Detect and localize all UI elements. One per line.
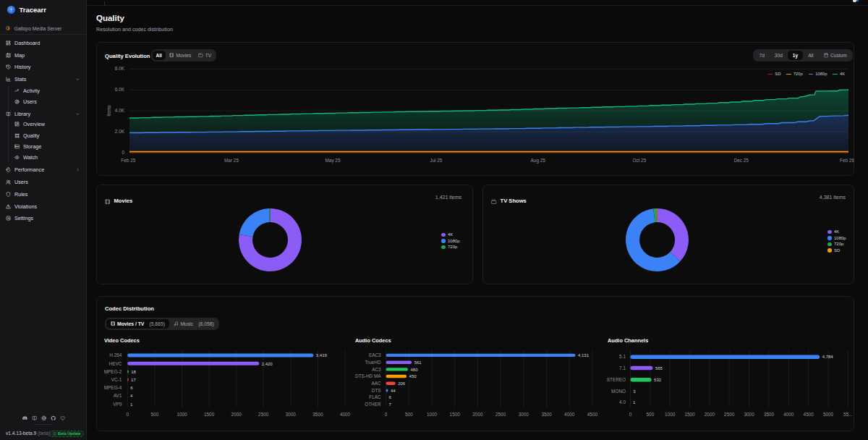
svg-text:2500: 2500 [495,412,506,417]
svg-text:532: 532 [654,378,662,382]
svg-text:3000: 3000 [744,412,754,417]
svg-text:TrueHD: TrueHD [365,360,381,365]
svg-text:565: 565 [655,366,663,371]
svg-text:500: 500 [151,412,159,417]
svg-text:17: 17 [131,378,136,382]
svg-text:DTS: DTS [372,388,381,393]
svg-text:HEVC: HEVC [109,361,122,366]
svg-text:5000: 5000 [823,412,834,417]
svg-text:480: 480 [411,368,419,372]
svg-text:3500: 3500 [312,412,323,417]
svg-text:7: 7 [389,402,392,407]
svg-text:18: 18 [131,370,136,374]
svg-text:2000: 2000 [472,412,483,417]
svg-text:1500: 1500 [204,412,215,417]
svg-text:6: 6 [130,386,133,390]
svg-text:561: 561 [414,360,422,365]
svg-text:6: 6 [389,395,392,399]
svg-text:0: 0 [127,412,129,417]
svg-text:4000: 4000 [564,412,575,417]
svg-text:1500: 1500 [450,412,461,417]
svg-text:4.0: 4.0 [619,399,626,405]
svg-text:VP9: VP9 [113,402,122,407]
svg-text:VC-1: VC-1 [111,377,122,382]
svg-text:OTHER: OTHER [365,402,381,407]
svg-text:4: 4 [130,394,133,398]
svg-text:MPEG-4: MPEG-4 [104,385,122,390]
svg-text:2500: 2500 [258,412,269,417]
svg-text:H.264: H.264 [109,352,122,358]
svg-text:0: 0 [629,412,632,417]
svg-text:1000: 1000 [665,412,676,417]
svg-text:2500: 2500 [724,412,735,417]
svg-text:4500: 4500 [587,412,598,417]
svg-text:AV1: AV1 [114,393,122,398]
svg-text:500: 500 [405,412,413,417]
svg-text:STEREO: STEREO [607,377,626,382]
svg-text:2000: 2000 [231,412,242,417]
svg-text:MPEG-2: MPEG-2 [104,369,122,374]
svg-text:2000: 2000 [705,412,715,417]
svg-text:3000: 3000 [286,412,297,417]
svg-text:55...: 55... [843,412,853,417]
svg-text:1: 1 [130,402,133,407]
svg-text:3500: 3500 [541,412,552,417]
svg-text:1000: 1000 [176,412,187,417]
svg-text:1: 1 [633,400,636,405]
svg-text:FLAC: FLAC [369,394,381,399]
svg-text:450: 450 [409,374,417,378]
svg-text:5.1: 5.1 [619,354,626,359]
svg-text:MONO: MONO [611,389,626,394]
svg-text:3500: 3500 [764,412,775,417]
svg-text:44: 44 [391,389,396,393]
svg-text:1500: 1500 [684,412,695,417]
svg-text:3000: 3000 [519,412,529,417]
svg-text:AC3: AC3 [372,367,381,372]
svg-text:206: 206 [398,381,406,386]
svg-text:AAC: AAC [371,381,381,386]
svg-text:3,419: 3,419 [316,353,328,358]
svg-text:500: 500 [647,412,655,417]
svg-text:2,420: 2,420 [262,362,273,366]
svg-text:4000: 4000 [340,412,351,417]
svg-text:4000: 4000 [783,412,794,417]
svg-text:3: 3 [633,389,636,394]
svg-text:4,131: 4,131 [578,353,590,358]
svg-text:1000: 1000 [427,412,438,417]
svg-text:0: 0 [385,412,388,417]
svg-text:DTS-HD MA: DTS-HD MA [355,373,381,378]
svg-text:7.1: 7.1 [619,365,626,371]
svg-text:4,784: 4,784 [822,355,834,359]
svg-text:4500: 4500 [804,412,814,417]
svg-text:EAC3: EAC3 [369,352,381,358]
